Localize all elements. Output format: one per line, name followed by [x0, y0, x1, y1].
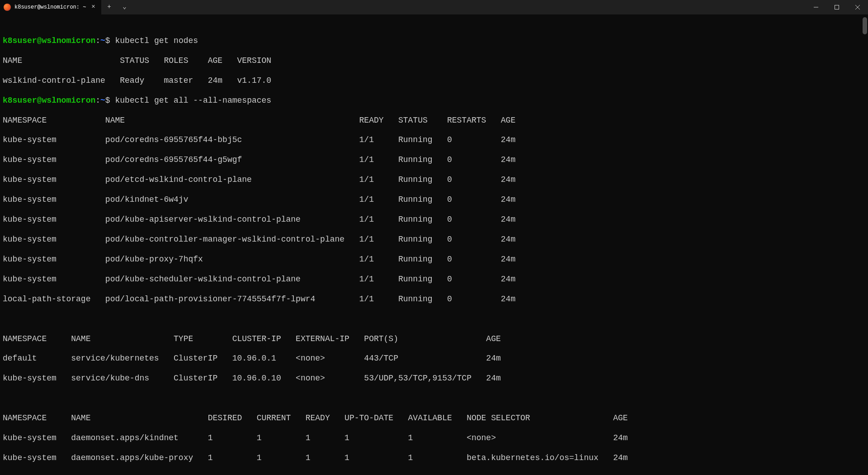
- ds-row: kube-system daemonset.apps/kindnet 1 1 1…: [3, 433, 865, 443]
- window-controls: [806, 0, 868, 14]
- scrollbar-thumb[interactable]: [863, 17, 867, 34]
- pods-row: kube-system pod/kube-scheduler-wslkind-c…: [3, 275, 865, 285]
- command-1: kubectl get nodes: [115, 36, 198, 45]
- prompt-line: k8suser@wslnomicron:~$ kubectl get all -…: [3, 96, 865, 106]
- prompt-cwd: ~: [100, 36, 105, 45]
- terminal-tab[interactable]: k8suser@wslnomicron: ~ ×: [0, 0, 101, 14]
- ubuntu-icon: [4, 4, 11, 11]
- blank-line: [3, 473, 865, 475]
- pods-row: kube-system pod/kube-controller-manager-…: [3, 235, 865, 245]
- nodes-row: wslkind-control-plane Ready master 24m v…: [3, 76, 865, 86]
- prompt-user-host: k8suser@wslnomicron: [3, 36, 95, 45]
- blank-line: [3, 394, 865, 404]
- pods-row: kube-system pod/coredns-6955765f44-g5wgf…: [3, 155, 865, 165]
- window-close-button[interactable]: [847, 0, 868, 14]
- svc-row: kube-system service/kube-dns ClusterIP 1…: [3, 374, 865, 384]
- svc-header: NAMESPACE NAME TYPE CLUSTER-IP EXTERNAL-…: [3, 334, 865, 344]
- pods-row: kube-system pod/coredns-6955765f44-bbj5c…: [3, 135, 865, 145]
- terminal-viewport[interactable]: k8suser@wslnomicron:~$ kubectl get nodes…: [0, 14, 868, 475]
- pods-row: kube-system pod/kube-apiserver-wslkind-c…: [3, 215, 865, 225]
- ds-header: NAMESPACE NAME DESIRED CURRENT READY UP-…: [3, 413, 865, 423]
- svg-rect-0: [835, 5, 839, 10]
- prompt-line: k8suser@wslnomicron:~$ kubectl get nodes: [3, 36, 865, 46]
- command-2: kubectl get all --all-namespaces: [115, 96, 271, 105]
- pods-row: kube-system pod/kube-proxy-7hqfx 1/1 Run…: [3, 255, 865, 265]
- pods-row: kube-system pod/kindnet-6w4jv 1/1 Runnin…: [3, 195, 865, 205]
- tab-title: k8suser@wslnomicron: ~: [14, 4, 86, 11]
- tab-dropdown-button[interactable]: ⌄: [117, 0, 132, 14]
- pods-row: local-path-storage pod/local-path-provis…: [3, 294, 865, 304]
- svc-row: default service/kubernetes ClusterIP 10.…: [3, 354, 865, 364]
- pods-row: kube-system pod/etcd-wslkind-control-pla…: [3, 175, 865, 185]
- blank-line: [3, 314, 865, 324]
- minimize-button[interactable]: [806, 0, 826, 14]
- window-titlebar: k8suser@wslnomicron: ~ × + ⌄: [0, 0, 868, 14]
- new-tab-button[interactable]: +: [101, 0, 117, 14]
- pods-header: NAMESPACE NAME READY STATUS RESTARTS AGE: [3, 116, 865, 126]
- nodes-header: NAME STATUS ROLES AGE VERSION: [3, 56, 865, 66]
- ds-row: kube-system daemonset.apps/kube-proxy 1 …: [3, 453, 865, 463]
- maximize-button[interactable]: [826, 0, 847, 14]
- titlebar-drag-region[interactable]: [132, 0, 806, 14]
- tab-close-button[interactable]: ×: [90, 4, 97, 11]
